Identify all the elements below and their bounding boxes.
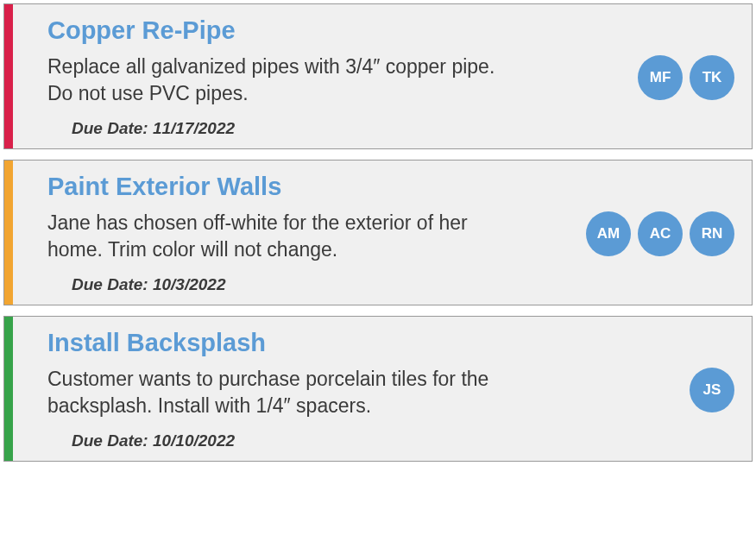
assignee-list: MF TK	[638, 55, 734, 100]
priority-stripe	[4, 4, 13, 148]
task-description: Jane has chosen off-white for the exteri…	[47, 210, 513, 263]
avatar[interactable]: AC	[638, 211, 683, 256]
task-content: Install Backsplash Customer wants to pur…	[47, 329, 676, 450]
avatar[interactable]: TK	[690, 55, 734, 100]
assignee-list: AM AC RN	[586, 211, 734, 256]
avatar[interactable]: MF	[638, 55, 683, 100]
task-due-date: Due Date: 11/17/2022	[72, 119, 624, 138]
avatar[interactable]: AM	[586, 211, 631, 256]
assignee-list: JS	[690, 368, 734, 412]
avatar[interactable]: RN	[690, 211, 734, 256]
priority-stripe	[4, 317, 13, 461]
task-card[interactable]: Copper Re-Pipe Replace all galvanized pi…	[3, 3, 753, 149]
task-due-date: Due Date: 10/10/2022	[72, 431, 676, 450]
task-title[interactable]: Copper Re-Pipe	[47, 16, 624, 45]
priority-stripe	[4, 160, 13, 305]
task-card[interactable]: Install Backsplash Customer wants to pur…	[3, 316, 753, 462]
task-description: Customer wants to purchase porcelain til…	[47, 366, 513, 419]
task-title[interactable]: Install Backsplash	[47, 329, 676, 357]
task-content: Copper Re-Pipe Replace all galvanized pi…	[47, 16, 624, 138]
avatar[interactable]: JS	[690, 368, 734, 412]
task-content: Paint Exterior Walls Jane has chosen off…	[47, 173, 572, 294]
task-card[interactable]: Paint Exterior Walls Jane has chosen off…	[3, 160, 753, 305]
task-due-date: Due Date: 10/3/2022	[72, 275, 572, 294]
task-title[interactable]: Paint Exterior Walls	[47, 173, 572, 201]
task-description: Replace all galvanized pipes with 3/4″ c…	[47, 54, 513, 107]
